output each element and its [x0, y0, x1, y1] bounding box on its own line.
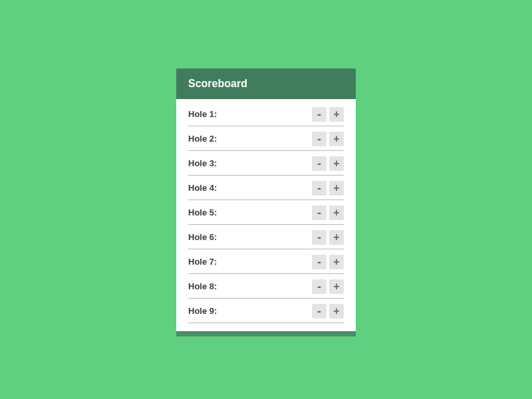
- decrement-button[interactable]: -: [312, 205, 327, 220]
- hole-controls: -+: [312, 132, 344, 146]
- scoreboard-card: Scoreboard Hole 1:-+Hole 2:-+Hole 3:-+Ho…: [176, 68, 356, 331]
- hole-label: Hole 7:: [188, 257, 217, 267]
- increment-button[interactable]: +: [329, 132, 344, 146]
- increment-button[interactable]: +: [329, 230, 344, 245]
- increment-button[interactable]: +: [329, 304, 344, 319]
- decrement-button[interactable]: -: [312, 181, 327, 196]
- increment-button[interactable]: +: [329, 107, 344, 122]
- decrement-button[interactable]: -: [312, 107, 327, 122]
- hole-row: Hole 4:-+: [188, 176, 344, 200]
- decrement-button[interactable]: -: [312, 230, 327, 245]
- hole-label: Hole 6:: [188, 232, 217, 242]
- page-title: Scoreboard: [188, 78, 247, 89]
- hole-controls: -+: [312, 107, 344, 122]
- hole-label: Hole 5:: [188, 207, 217, 217]
- hole-label: Hole 4:: [188, 183, 217, 193]
- increment-button[interactable]: +: [329, 156, 344, 171]
- hole-controls: -+: [312, 156, 344, 171]
- hole-label: Hole 2:: [188, 134, 217, 144]
- hole-controls: -+: [312, 279, 344, 294]
- increment-button[interactable]: +: [329, 279, 344, 294]
- hole-row: Hole 8:-+: [188, 274, 344, 299]
- scoreboard-body: Hole 1:-+Hole 2:-+Hole 3:-+Hole 4:-+Hole…: [176, 99, 356, 331]
- hole-row: Hole 3:-+: [188, 151, 344, 176]
- increment-button[interactable]: +: [329, 205, 344, 220]
- hole-controls: -+: [312, 230, 344, 245]
- hole-row: Hole 6:-+: [188, 225, 344, 249]
- decrement-button[interactable]: -: [312, 255, 327, 269]
- scoreboard-header: Scoreboard: [176, 68, 356, 99]
- decrement-button[interactable]: -: [312, 279, 327, 294]
- hole-controls: -+: [312, 181, 344, 196]
- hole-label: Hole 8:: [188, 281, 217, 291]
- hole-row: Hole 1:-+: [188, 102, 344, 126]
- increment-button[interactable]: +: [329, 181, 344, 196]
- increment-button[interactable]: +: [329, 255, 344, 269]
- hole-row: Hole 7:-+: [188, 249, 344, 274]
- hole-label: Hole 3:: [188, 158, 217, 168]
- hole-controls: -+: [312, 255, 344, 269]
- hole-label: Hole 9:: [188, 306, 217, 316]
- hole-label: Hole 1:: [188, 109, 217, 119]
- decrement-button[interactable]: -: [312, 304, 327, 319]
- hole-row: Hole 5:-+: [188, 200, 344, 225]
- decrement-button[interactable]: -: [312, 156, 327, 171]
- hole-row: Hole 9:-+: [188, 299, 344, 323]
- hole-controls: -+: [312, 205, 344, 220]
- decrement-button[interactable]: -: [312, 132, 327, 146]
- hole-controls: -+: [312, 304, 344, 319]
- hole-row: Hole 2:-+: [188, 126, 344, 151]
